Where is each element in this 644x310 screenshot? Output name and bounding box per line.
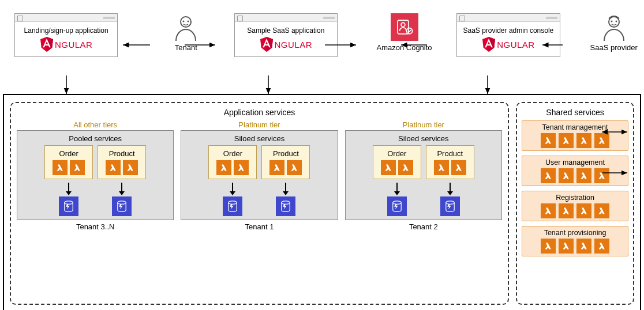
dynamodb-icon [440,196,460,216]
shared-services-panel: Shared services Tenant management User m… [516,102,634,305]
svg-point-19 [229,201,237,205]
lambda-icon [594,168,609,183]
svg-point-1 [183,21,185,22]
lambda-icon [381,160,396,175]
svg-point-17 [65,201,73,205]
service-column: Order [373,145,421,216]
service-column: Product [261,145,310,216]
dynamodb-icon [276,196,295,216]
tier-box-title: Siloed services [349,134,498,143]
tier-box-title: Siloed services [185,134,334,143]
service-name: Order [376,149,418,158]
tier-label: All other tiers [17,120,174,129]
lambda-icon [559,203,574,218]
architecture-container: Application services All other tiers Poo… [3,94,641,310]
svg-point-22 [446,201,454,205]
tier-label: Platinum tier [345,120,502,129]
lambda-icon [398,160,413,175]
arrow-down-icon [121,183,122,194]
service-card: Product [98,145,146,179]
landing-app-title: Landing/sign-up application [18,27,114,35]
tenant-label: Tenant 2 [345,222,502,231]
lambda-icon [434,160,449,175]
tier-box: Siloed services Order [181,130,338,220]
browser-chrome [235,14,337,22]
lambda-icon [576,133,591,148]
browser-chrome [457,14,559,22]
lambda-icon [576,168,591,183]
angular-text: NGULAR [497,40,535,50]
tier-box: Siloed services Order [345,130,502,220]
service-card: Product [261,145,310,179]
service-card: Order [208,145,257,179]
angular-shield-icon [40,37,54,52]
user-icon [600,13,628,42]
service-name: Order [211,149,254,158]
dynamodb-icon [223,196,242,216]
lambda-icon [541,133,556,148]
dynamodb-icon [59,196,78,216]
provider-label: SaaS provider [586,43,641,52]
svg-point-18 [118,201,126,205]
shared-service-card: User management [522,156,628,186]
dynamodb-icon [112,196,132,216]
browser-chrome [15,14,117,22]
svg-point-7 [611,21,612,22]
service-column: Product [426,145,474,216]
dynamodb-icon [387,196,407,216]
lambda-icon [269,160,284,175]
angular-shield-icon [260,37,274,52]
svg-point-2 [188,21,189,22]
cognito-box: Amazon Cognito [373,13,436,52]
shared-service-card: Tenant provisioning [522,226,628,256]
tier-box: Pooled services Order [17,130,174,220]
svg-point-6 [609,17,619,27]
shared-services-title: Shared services [522,108,628,117]
arrow-down-icon [285,183,286,194]
tenant-label: Tenant 3..N [17,222,174,231]
tier-block: Platinum tier Siloed services Order [181,120,338,231]
service-name: Order [47,149,90,158]
lambda-icon [594,133,609,148]
tier-box-title: Pooled services [21,134,170,143]
svg-point-21 [393,201,401,205]
lambda-icon [559,133,574,148]
lambda-icon [70,160,85,175]
tier-block: All other tiers Pooled services Order [17,120,174,231]
service-card: Order [44,145,93,179]
provider-actor: SaaS provider [586,13,641,52]
svg-point-20 [282,201,290,205]
admin-app-window: SaaS provider admin console NGULAR [456,13,560,57]
lambda-icon [541,239,556,254]
shared-service-title: Tenant provisioning [526,229,624,237]
arrow-down-icon [68,183,69,194]
arrow-down-icon [396,183,398,194]
shared-service-title: User management [526,158,624,167]
lambda-icon [216,160,231,175]
lambda-icon [287,160,302,175]
angular-text: NGULAR [275,40,313,50]
cognito-icon [391,13,418,41]
user-icon [171,13,200,42]
shared-service-title: Tenant management [526,123,624,131]
service-column: Product [98,145,146,216]
lambda-icon [576,239,591,254]
lambda-icon [106,160,121,175]
service-card: Order [373,145,421,179]
service-name: Product [100,149,143,158]
svg-point-4 [401,22,405,27]
tenant-actor: Tenant [159,13,214,52]
svg-point-0 [181,17,191,27]
admin-app-title: SaaS provider admin console [460,27,556,35]
angular-text: NGULAR [55,40,93,50]
app-services-title: Application services [17,108,502,117]
cognito-label: Amazon Cognito [373,43,436,52]
tenant-label: Tenant [159,43,214,52]
angular-shield-icon [482,37,496,52]
lambda-icon [123,160,138,175]
shared-service-card: Tenant management [522,120,628,151]
tenant-label: Tenant 1 [181,222,338,231]
lambda-icon [451,160,466,175]
tier-block: Platinum tier Siloed services Order [345,120,502,231]
service-card: Product [426,145,474,179]
